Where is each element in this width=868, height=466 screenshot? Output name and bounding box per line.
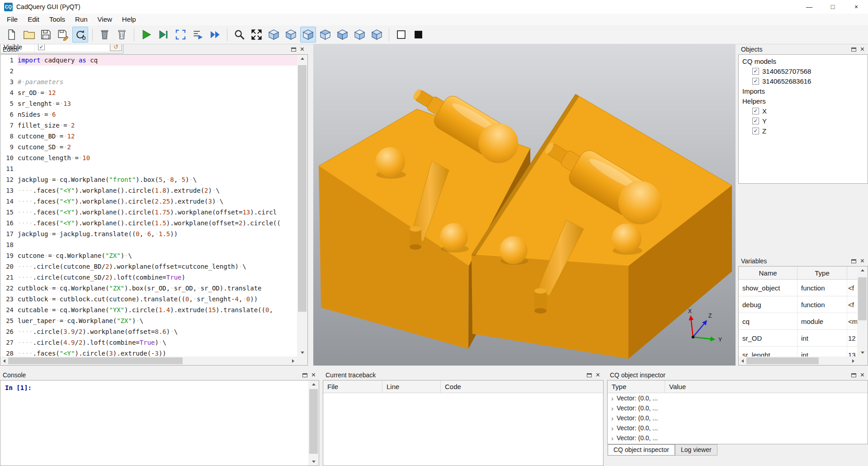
- editor-vscrollbar[interactable]: [297, 55, 307, 357]
- view-front-button[interactable]: [283, 27, 299, 43]
- inspector-row[interactable]: ›Vector: (0.0, ...: [608, 403, 868, 413]
- editor-code[interactable]: 1import·cadquery·as·cq23#·parameters4sr_…: [0, 55, 297, 357]
- line-code[interactable]: ····.faces("<Y").workplane().circle(1.8)…: [18, 185, 297, 196]
- inspector-row[interactable]: ›Vector: (0.0, ...: [608, 413, 868, 423]
- variables-vscrollbar[interactable]: [857, 266, 868, 357]
- variable-row-debug[interactable]: debugfunction<f: [739, 296, 857, 313]
- line-code[interactable]: nSides·=·6: [18, 109, 297, 120]
- line-code[interactable]: cutcone_length·=·10: [18, 152, 297, 163]
- console-vscrollbar[interactable]: [308, 380, 319, 466]
- variables-col-type[interactable]: Type: [797, 266, 847, 279]
- close-panel-icon[interactable]: ×: [300, 46, 304, 53]
- tab-cq-object-inspector[interactable]: CQ object inspector: [608, 444, 675, 456]
- save-button[interactable]: [38, 27, 54, 43]
- clear-button[interactable]: [97, 27, 113, 43]
- float-panel-icon[interactable]: [851, 259, 856, 263]
- minimize-button[interactable]: —: [797, 0, 821, 14]
- variables-col-name[interactable]: Name: [739, 266, 797, 279]
- shaded-button[interactable]: [410, 27, 426, 43]
- scrollbar-thumb[interactable]: [309, 389, 318, 454]
- scroll-down-button[interactable]: [857, 349, 868, 357]
- close-panel-icon[interactable]: ×: [860, 46, 864, 53]
- console-prompt[interactable]: In [1]:: [0, 380, 308, 466]
- line-code[interactable]: jackplug·=·cq.Workplane("front").box(5,·…: [18, 174, 297, 185]
- line-code[interactable]: sr_OD·=·12: [18, 87, 297, 98]
- view-bottom-button[interactable]: [369, 27, 385, 43]
- inspector-col-value[interactable]: Value: [665, 380, 868, 393]
- save-as-button[interactable]: [55, 27, 71, 43]
- line-code[interactable]: import·cadquery·as·cq: [18, 55, 297, 66]
- scrollbar-track[interactable]: [857, 274, 868, 349]
- tree-item-imports[interactable]: Imports: [739, 86, 868, 96]
- checkbox-checked[interactable]: [752, 68, 759, 75]
- line-code[interactable]: cutcone_SD·=·2: [18, 142, 297, 152]
- tab-log-viewer[interactable]: Log viewer: [675, 444, 717, 456]
- view-iso-button[interactable]: [266, 27, 282, 43]
- line-code[interactable]: fillet_size·=·2: [18, 120, 297, 131]
- view-back-button[interactable]: [300, 27, 316, 43]
- close-panel-icon[interactable]: ×: [860, 371, 864, 379]
- wireframe-button[interactable]: [393, 27, 409, 43]
- scroll-right-button[interactable]: [289, 357, 297, 365]
- float-panel-icon[interactable]: [291, 48, 296, 52]
- menu-item-file[interactable]: File: [2, 14, 23, 25]
- new-file-button[interactable]: [4, 27, 19, 43]
- tree-item-helpers[interactable]: Helpers: [739, 96, 868, 106]
- scrollbar-track[interactable]: [8, 357, 289, 365]
- inspector-row[interactable]: ›Vector: (0.0, ...: [608, 423, 868, 433]
- autoreload-button[interactable]: [72, 27, 88, 43]
- line-code[interactable]: cutcone_BD·=·12: [18, 131, 297, 142]
- float-panel-icon[interactable]: [587, 373, 592, 377]
- menu-item-edit[interactable]: Edit: [23, 14, 44, 25]
- fit-view-button[interactable]: [249, 27, 264, 43]
- line-code[interactable]: [18, 239, 297, 250]
- line-code[interactable]: cutblock·=·cutblock.cut(cutcone).transla…: [18, 294, 297, 304]
- line-code[interactable]: #·parameters: [18, 76, 297, 87]
- close-button[interactable]: ×: [844, 0, 868, 14]
- view-top-button[interactable]: [352, 27, 368, 43]
- close-panel-icon[interactable]: ×: [311, 371, 316, 379]
- fast-forward-button[interactable]: [207, 27, 223, 43]
- zoom-button[interactable]: [231, 27, 247, 43]
- menu-item-run[interactable]: Run: [70, 14, 93, 25]
- viewport-3d[interactable]: X Z Y: [313, 44, 736, 366]
- close-panel-icon[interactable]: ×: [860, 257, 864, 265]
- scroll-right-button[interactable]: [849, 357, 857, 365]
- view-left-button[interactable]: [317, 27, 333, 43]
- checkbox-checked[interactable]: [752, 128, 759, 134]
- variable-row-sr_OD[interactable]: sr_ODint12: [739, 330, 857, 347]
- inspector-col-type[interactable]: Type: [608, 380, 665, 393]
- scrollbar-thumb[interactable]: [298, 65, 307, 311]
- run-button[interactable]: [138, 27, 154, 43]
- chevron-right-icon[interactable]: ›: [611, 414, 613, 422]
- line-code[interactable]: ····.faces("<Y").circle(3).extrude(-3)): [18, 348, 297, 357]
- scrollbar-track[interactable]: [297, 62, 307, 349]
- scroll-up-button[interactable]: [297, 55, 307, 62]
- inspector-row[interactable]: ›Vector: (0.0, ...: [608, 393, 868, 403]
- scroll-left-button[interactable]: [0, 357, 8, 365]
- line-code[interactable]: ····.faces("<Y").workplane().circle(1.75…: [18, 207, 297, 218]
- scroll-up-button[interactable]: [308, 380, 319, 388]
- traceback-col-code[interactable]: Code: [441, 380, 603, 393]
- variable-row-sr_lenght[interactable]: sr_lenghtint13: [739, 347, 857, 357]
- open-button[interactable]: [21, 27, 37, 43]
- tree-item-z[interactable]: Z: [739, 126, 868, 136]
- variables-hscrollbar[interactable]: [739, 357, 857, 365]
- line-code[interactable]: luer_taper·=·cq.Workplane("ZX")·\: [18, 315, 297, 326]
- line-code[interactable]: [18, 66, 297, 76]
- step-button[interactable]: [190, 27, 206, 43]
- line-code[interactable]: ····.faces("<Y").workplane().circle(2.25…: [18, 196, 297, 207]
- scrollbar-thumb[interactable]: [858, 277, 867, 321]
- line-code[interactable]: ····.faces("<Y").workplane().circle(1.5)…: [18, 218, 297, 228]
- line-code[interactable]: ····.circle(3.9/2).workplane(offset=8.6)…: [18, 326, 297, 337]
- chevron-right-icon[interactable]: ›: [611, 404, 613, 412]
- chevron-right-icon[interactable]: ›: [611, 434, 613, 442]
- variable-row-show_object[interactable]: show_objectfunction<f: [739, 280, 857, 296]
- traceback-col-line[interactable]: Line: [382, 380, 441, 393]
- maximize-button[interactable]: □: [821, 0, 844, 14]
- float-panel-icon[interactable]: [851, 48, 856, 52]
- scroll-left-button[interactable]: [739, 357, 746, 365]
- line-code[interactable]: cutcable·=·cq.Workplane("YX").circle(1.4…: [18, 304, 297, 315]
- line-code[interactable]: ····.circle(cutcone_SD/2).loft(combine=T…: [18, 272, 297, 283]
- checkbox-checked[interactable]: [752, 118, 759, 124]
